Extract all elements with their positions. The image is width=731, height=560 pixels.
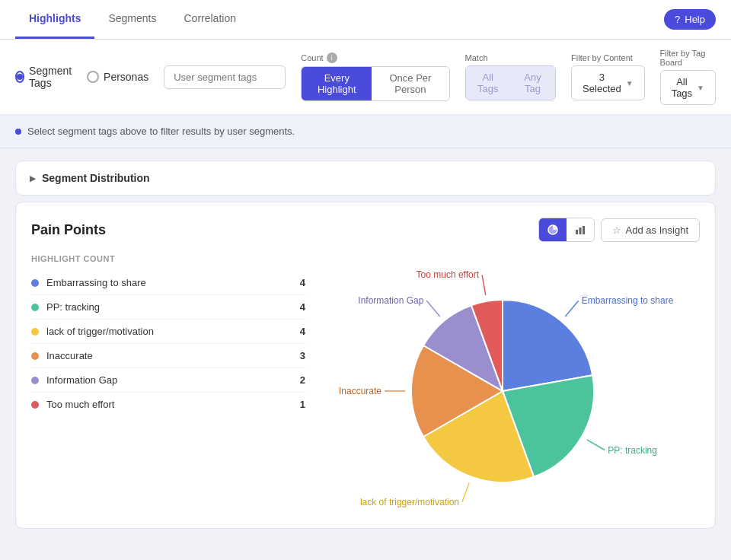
filter-content-arrow: ▼ [626, 79, 634, 88]
pie-label-line [587, 440, 605, 450]
filter-tag-board-arrow: ▼ [697, 84, 704, 92]
pie-label-text: Information Gap [358, 295, 423, 306]
pain-points-content: HIGHLIGHT COUNT Embarrassing to share 4 … [31, 254, 700, 513]
match-filter-group: Match All Tags Any Tag [465, 53, 557, 100]
help-icon: ? [675, 14, 680, 25]
row-left: PP: tracking [31, 301, 100, 313]
pie-label-text: lack of trigger/motivation [360, 497, 459, 508]
section-actions: ☆ Add as Insight [538, 218, 700, 242]
row-color-dot [31, 279, 39, 287]
row-left: lack of trigger/motivation [31, 326, 154, 337]
table-row: Inaccurate 3 [31, 344, 305, 368]
pain-points-title: Pain Points [31, 222, 106, 238]
row-color-dot [31, 401, 39, 409]
table-rows-container: Embarrassing to share 4 PP: tracking 4 l… [31, 271, 305, 416]
pie-chart-btn[interactable] [539, 218, 567, 241]
pie-label-line [462, 482, 469, 501]
match-btn-group: All Tags Any Tag [465, 65, 557, 100]
filter-content-group: Filter by Content 3 Selected ▼ [571, 53, 645, 100]
pie-label-text: Embarrassing to share [582, 295, 674, 306]
row-count: 3 [300, 350, 305, 361]
row-left: Information Gap [31, 374, 117, 386]
type-radio-group: Segment Tags Personas [15, 65, 148, 89]
row-count: 2 [300, 374, 305, 386]
pie-label-line [482, 275, 486, 295]
svg-rect-2 [579, 228, 581, 234]
pie-chart-svg: Embarrassing to sharePP: trackinglack of… [327, 269, 693, 513]
nav-tabs: Highlights Segments Correlation [15, 0, 250, 39]
row-label: Information Gap [46, 374, 117, 386]
segment-tags-radio[interactable]: Segment Tags [15, 65, 75, 89]
segment-distribution-section: ▶ Segment Distribution [15, 161, 716, 196]
row-left: Too much effort [31, 399, 114, 410]
row-color-dot [31, 352, 39, 360]
table-row: lack of trigger/motivation 4 [31, 320, 305, 344]
match-label: Match [465, 53, 557, 62]
pie-label-line [565, 301, 578, 317]
row-color-dot [31, 377, 39, 384]
personas-radio[interactable]: Personas [87, 71, 148, 83]
row-color-dot [31, 304, 39, 311]
chart-toggle [538, 218, 595, 242]
table-row: Information Gap 2 [31, 368, 305, 393]
filter-tag-board-label: Filter by Tag Board [660, 49, 716, 67]
row-count: 4 [300, 326, 305, 337]
filter-tag-board-group: Filter by Tag Board All Tags ▼ [660, 49, 716, 105]
filter-bar: Segment Tags Personas Count i Every High… [0, 40, 731, 115]
pie-label-text: Inaccurate [339, 386, 381, 396]
pain-points-section: Pain Points [15, 202, 716, 529]
row-label: Embarrassing to share [46, 277, 146, 288]
tab-highlights[interactable]: Highlights [15, 0, 94, 39]
row-count: 4 [300, 301, 305, 313]
filter-tag-board-dropdown[interactable]: All Tags ▼ [660, 70, 716, 105]
pie-label-text: Too much effort [417, 269, 480, 280]
count-label: Count i [301, 52, 449, 63]
bar-chart-btn[interactable] [567, 218, 594, 241]
table-row: PP: tracking 4 [31, 295, 305, 320]
app-container: Highlights Segments Correlation ? Help S… [0, 0, 731, 560]
chart-wrapper: Embarrassing to sharePP: trackinglack of… [327, 269, 693, 513]
info-banner-dot [15, 129, 21, 135]
add-insight-button[interactable]: ☆ Add as Insight [601, 218, 700, 242]
pain-points-header: Pain Points [31, 218, 700, 242]
row-label: Too much effort [46, 399, 114, 410]
segment-tags-radio-circle [15, 71, 24, 83]
svg-rect-1 [576, 230, 578, 234]
row-label: PP: tracking [46, 301, 100, 313]
svg-rect-3 [583, 226, 585, 234]
filter-content-dropdown[interactable]: 3 Selected ▼ [571, 65, 645, 100]
top-nav: Highlights Segments Correlation ? Help [0, 0, 731, 40]
table-row: Too much effort 1 [31, 393, 305, 416]
count-filter-group: Count i Every Highlight Once Per Person [301, 52, 449, 101]
tab-correlation[interactable]: Correlation [170, 0, 249, 39]
row-color-dot [31, 328, 39, 336]
pie-label-text: PP: tracking [608, 445, 657, 456]
table-row: Embarrassing to share 4 [31, 271, 305, 295]
pie-label-line [426, 301, 439, 317]
row-left: Inaccurate [31, 350, 93, 361]
tab-segments[interactable]: Segments [94, 0, 170, 39]
filter-content-label: Filter by Content [571, 53, 645, 62]
every-highlight-btn[interactable]: Every Highlight [302, 67, 372, 100]
pie-chart-area: Embarrassing to sharePP: trackinglack of… [321, 254, 700, 513]
star-icon: ☆ [612, 224, 621, 236]
segment-tags-input[interactable] [164, 65, 286, 89]
personas-radio-circle [87, 71, 99, 83]
pain-points-table: HIGHLIGHT COUNT Embarrassing to share 4 … [31, 254, 305, 513]
chevron-right-icon: ▶ [30, 174, 36, 183]
once-per-person-btn[interactable]: Once Per Person [372, 67, 448, 100]
any-tag-btn[interactable]: Any Tag [510, 66, 555, 100]
count-btn-group: Every Highlight Once Per Person [301, 66, 449, 101]
help-button[interactable]: ? Help [664, 9, 716, 30]
segment-distribution-header[interactable]: ▶ Segment Distribution [30, 172, 701, 184]
row-count: 1 [300, 399, 305, 410]
row-left: Embarrassing to share [31, 277, 146, 288]
info-banner: Select segment tags above to filter resu… [0, 115, 731, 148]
count-info-icon: i [327, 52, 337, 63]
all-tags-btn[interactable]: All Tags [466, 66, 510, 100]
highlight-count-label: HIGHLIGHT COUNT [31, 254, 305, 263]
row-label: Inaccurate [46, 350, 93, 361]
row-label: lack of trigger/motivation [46, 326, 154, 337]
bar-chart-icon [574, 224, 586, 236]
pie-chart-icon [547, 224, 559, 236]
